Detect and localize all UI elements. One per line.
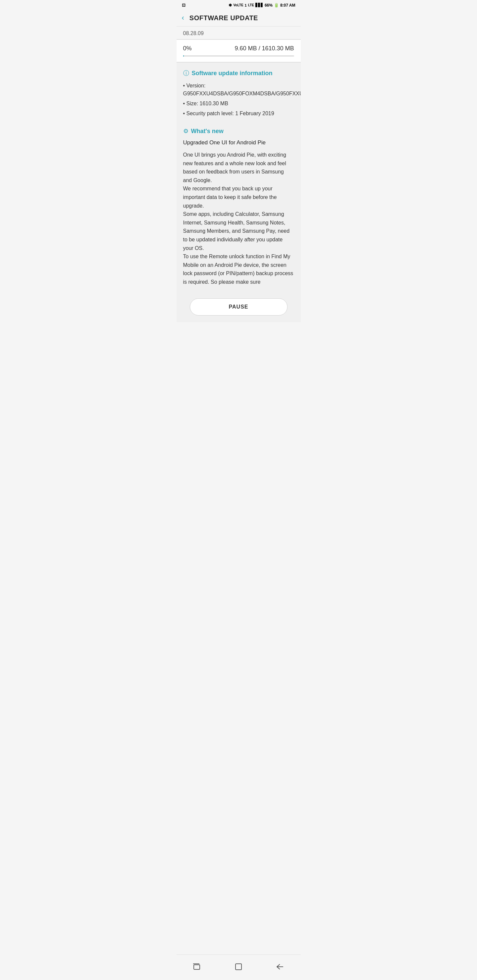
status-bar: ⊡ ✱ VoLTE 1 LTE ▋▋▋ 66% 🔋 8:07 AM: [177, 0, 301, 10]
info-size-bullet: •: [183, 101, 187, 106]
bluetooth-icon: ✱: [228, 3, 232, 8]
app-bar: ‹ SOFTWARE UPDATE: [177, 10, 301, 27]
status-left: ⊡: [182, 3, 185, 8]
info-version: • Version: G950FXXU4DSBA/G950FOXM4DSBA/G…: [183, 82, 294, 98]
progress-size: 9.60 MB / 1610.30 MB: [235, 45, 294, 52]
progress-bar-fill: [183, 55, 184, 57]
back-nav-icon: [276, 964, 284, 970]
status-right: ✱ VoLTE 1 LTE ▋▋▋ 66% 🔋 8:07 AM: [228, 3, 295, 8]
progress-stats: 0% 9.60 MB / 1610.30 MB: [183, 45, 294, 52]
whats-new-header: ⚙ What's new: [183, 127, 294, 135]
info-size: • Size: 1610.30 MB: [183, 100, 294, 108]
info-patch-bullet: •: [183, 111, 187, 116]
progress-percent: 0%: [183, 45, 192, 52]
whats-new-body: One UI brings you Android Pie, with exci…: [183, 151, 294, 286]
sim-number: 1: [245, 3, 247, 7]
signal-bars: ▋▋▋: [255, 3, 263, 7]
back-button[interactable]: ‹: [182, 14, 184, 22]
whats-new-title: What's new: [191, 128, 223, 135]
page-title: SOFTWARE UPDATE: [190, 14, 258, 22]
recent-apps-icon: [193, 963, 201, 970]
back-nav-button[interactable]: [273, 959, 287, 974]
button-area: PAUSE: [177, 293, 301, 322]
lte-label: LTE: [248, 3, 254, 7]
battery-icon: 🔋: [274, 3, 279, 8]
battery-level: 66%: [265, 3, 273, 8]
home-icon: [235, 963, 242, 970]
volte-label: VoLTE: [233, 3, 243, 7]
whats-new-icon: ⚙: [183, 127, 188, 135]
whats-new-section: ⚙ What's new Upgraded One UI for Android…: [177, 126, 301, 293]
home-button[interactable]: [231, 959, 246, 974]
clock: 8:07 AM: [280, 3, 295, 8]
svg-rect-0: [194, 965, 200, 969]
recent-apps-button[interactable]: [190, 959, 204, 974]
svg-rect-2: [236, 964, 241, 970]
sim-icon: ⊡: [182, 3, 185, 8]
nav-bar: [177, 955, 301, 980]
version-partial: 08.28.09: [177, 27, 301, 40]
whats-new-subtitle: Upgraded One UI for Android Pie: [183, 139, 294, 146]
progress-bar-container: [183, 55, 294, 57]
software-info-list: • Version: G950FXXU4DSBA/G950FOXM4DSBA/G…: [183, 82, 294, 118]
info-security-patch: • Security patch level: 1 February 2019: [183, 110, 294, 118]
info-icon: ⓘ: [183, 69, 189, 77]
info-version-bullet: •: [183, 83, 187, 88]
software-info-title: Software update information: [192, 70, 273, 77]
software-info-section: ⓘ Software update information • Version:…: [177, 62, 301, 126]
software-info-header: ⓘ Software update information: [183, 69, 294, 77]
progress-section: 0% 9.60 MB / 1610.30 MB: [177, 40, 301, 62]
pause-button[interactable]: PAUSE: [190, 298, 287, 315]
